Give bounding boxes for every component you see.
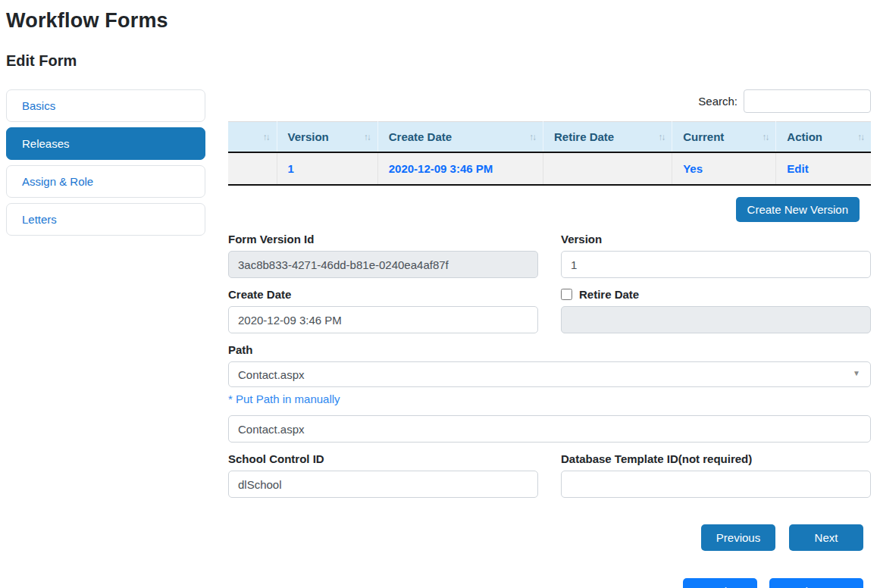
create-date-field: Create Date <box>228 288 538 333</box>
sidebar-item-label: Assign & Role <box>22 175 93 188</box>
database-template-id-label: Database Template ID(not required) <box>561 452 871 465</box>
column-header-version[interactable]: Version ↑↓ <box>277 122 377 153</box>
version-field: Version <box>561 233 871 278</box>
column-header-current[interactable]: Current ↑↓ <box>672 122 776 153</box>
version-input[interactable] <box>561 251 871 278</box>
create-date-label: Create Date <box>228 288 538 301</box>
path-manual-input[interactable] <box>228 415 871 443</box>
sidebar-item-basics[interactable]: Basics <box>6 89 205 122</box>
main-panel: Search: ↑↓ Version ↑ <box>228 89 871 588</box>
sort-icon[interactable]: ↑↓ <box>263 132 269 142</box>
form-version-id-label: Form Version Id <box>228 233 538 246</box>
search-input[interactable] <box>744 89 871 113</box>
quit-button[interactable]: Quit <box>683 578 757 588</box>
create-date-input[interactable] <box>228 306 538 333</box>
workflow-forms-page: Workflow Forms Edit Form Basics Releases… <box>0 0 880 588</box>
school-control-id-label: School Control ID <box>228 452 538 465</box>
cell-current: Yes <box>672 152 776 185</box>
version-save-button[interactable]: Version Save <box>769 578 863 588</box>
column-header-action[interactable]: Action ↑↓ <box>776 122 871 153</box>
previous-button[interactable]: Previous <box>701 524 775 551</box>
path-manual-note: * Put Path in manually <box>228 393 871 405</box>
sidebar-item-letters[interactable]: Letters <box>6 203 205 236</box>
path-manual-field <box>228 415 871 443</box>
versions-table: ↑↓ Version ↑↓ Create Date ↑↓ Retire Date <box>228 121 871 186</box>
next-button[interactable]: Next <box>789 524 863 551</box>
retire-date-checkbox[interactable] <box>561 289 572 300</box>
cell-create-date: 2020-12-09 3:46 PM <box>377 152 543 185</box>
sidebar-item-label: Releases <box>22 137 70 150</box>
page-subtitle: Edit Form <box>6 52 871 70</box>
sidebar-item-label: Letters <box>22 213 57 226</box>
form-version-id-input <box>228 251 538 278</box>
search-row: Search: <box>228 89 871 113</box>
sidebar: Basics Releases Assign & Role Letters <box>6 89 205 236</box>
version-label: Version <box>561 233 871 246</box>
version-form: Form Version Id Version Create Date Reti… <box>228 233 871 508</box>
path-select[interactable]: Contact.aspx <box>228 361 871 387</box>
cell-blank <box>228 152 277 185</box>
retire-date-field: Retire Date <box>561 288 871 333</box>
edit-link[interactable]: Edit <box>787 162 808 175</box>
sort-icon[interactable]: ↑↓ <box>762 132 768 142</box>
path-field: Path Contact.aspx ▼ <box>228 343 871 387</box>
retire-date-label: Retire Date <box>579 288 639 301</box>
cell-version: 1 <box>277 152 377 185</box>
sort-icon[interactable]: ↑↓ <box>529 132 535 142</box>
sidebar-item-assign-role[interactable]: Assign & Role <box>6 165 205 198</box>
page-title: Workflow Forms <box>6 9 871 33</box>
column-header-retire-date[interactable]: Retire Date ↑↓ <box>543 122 672 153</box>
table-row: 1 2020-12-09 3:46 PM Yes Edit <box>228 152 871 185</box>
path-label: Path <box>228 343 871 356</box>
table-header-row: ↑↓ Version ↑↓ Create Date ↑↓ Retire Date <box>228 122 871 153</box>
database-template-id-input[interactable] <box>561 471 871 498</box>
form-version-id-field: Form Version Id <box>228 233 538 278</box>
cell-action: Edit <box>776 152 871 185</box>
column-header-blank[interactable]: ↑↓ <box>228 122 277 153</box>
retire-date-input <box>561 306 871 333</box>
create-new-version-button[interactable]: Create New Version <box>736 197 860 222</box>
column-header-create-date[interactable]: Create Date ↑↓ <box>377 122 543 153</box>
search-label: Search: <box>698 95 738 108</box>
sort-icon[interactable]: ↑↓ <box>857 132 863 142</box>
database-template-id-field: Database Template ID(not required) <box>561 452 871 498</box>
cell-retire-date <box>543 152 672 185</box>
school-control-id-input[interactable] <box>228 471 538 498</box>
sidebar-item-releases[interactable]: Releases <box>6 127 205 160</box>
sort-icon[interactable]: ↑↓ <box>364 132 370 142</box>
sort-icon[interactable]: ↑↓ <box>658 132 664 142</box>
sidebar-item-label: Basics <box>22 99 55 112</box>
school-control-id-field: School Control ID <box>228 452 538 498</box>
